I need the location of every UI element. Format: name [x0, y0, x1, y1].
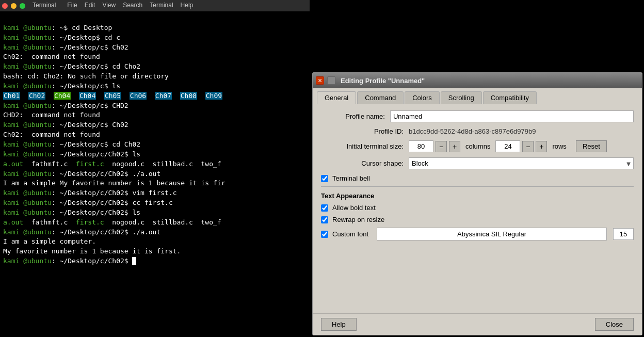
terminal-bell-row: Terminal bell — [321, 174, 634, 182]
help-button[interactable]: Help — [321, 318, 357, 331]
rows-input[interactable] — [495, 140, 520, 152]
tab-bar: General Command Colors Scrolling Compati… — [313, 88, 642, 104]
dialog-footer: Help Close — [313, 313, 642, 335]
reset-button[interactable]: Reset — [576, 140, 607, 152]
dialog-title: Editing Profile "Unnamed" — [341, 77, 425, 85]
cursor-shape-select[interactable]: Block I-Beam Underline — [409, 157, 634, 169]
rows-decrement[interactable]: − — [522, 141, 534, 152]
profile-id-label: Profile ID: — [321, 127, 404, 135]
divider — [321, 186, 634, 187]
tab-command[interactable]: Command — [357, 91, 404, 104]
profile-name-label: Profile name: — [321, 113, 385, 120]
dialog-content: Profile name: Profile ID: b1dcc9dd-5262-… — [313, 104, 642, 313]
terminal-size-label: Initial terminal size: — [321, 142, 404, 150]
allow-bold-checkbox[interactable] — [321, 204, 328, 212]
tab-scrolling[interactable]: Scrolling — [441, 91, 482, 104]
profile-name-row: Profile name: — [321, 110, 634, 122]
close-button[interactable]: Close — [595, 318, 634, 331]
dialog-min-btn[interactable] — [327, 76, 335, 85]
profile-id-row: Profile ID: b1dcc9dd-5262-4d8d-a863-c897… — [321, 127, 634, 135]
minimize-btn[interactable] — [11, 3, 17, 9]
tab-general[interactable]: General — [317, 91, 356, 104]
rows-label: rows — [552, 142, 566, 150]
menu-help[interactable]: Help — [181, 1, 194, 10]
menu-search[interactable]: Search — [123, 1, 142, 10]
columns-input[interactable] — [409, 140, 433, 152]
columns-label: columns — [465, 142, 490, 150]
size-control: − + columns − + rows Reset — [409, 140, 607, 152]
menu-view[interactable]: View — [102, 1, 116, 10]
custom-font-checkbox[interactable] — [321, 231, 328, 238]
terminal-bell-label: Terminal bell — [332, 174, 370, 182]
custom-font-row: Custom font Abyssinica SIL Regular — [321, 228, 634, 240]
columns-increment[interactable]: + — [449, 141, 460, 152]
font-value: Abyssinica SIL Regular — [457, 230, 526, 238]
terminal-bell-checkbox[interactable] — [321, 175, 328, 182]
cursor-shape-select-wrapper: Block I-Beam Underline — [409, 157, 634, 169]
rows-increment[interactable]: + — [536, 141, 547, 152]
allow-bold-row: Allow bold text — [321, 204, 634, 212]
cursor-shape-row: Cursor shape: Block I-Beam Underline — [321, 157, 634, 169]
dialog-titlebar: ✕ Editing Profile "Unnamed" — [313, 73, 642, 88]
menu-edit[interactable]: Edit — [85, 1, 95, 10]
terminal-title-text: Terminal — [33, 1, 56, 10]
menu-terminal[interactable]: Terminal — [150, 1, 173, 10]
font-size-input[interactable] — [613, 228, 634, 240]
close-btn[interactable] — [2, 3, 8, 9]
font-select-button[interactable]: Abyssinica SIL Regular — [377, 228, 607, 240]
terminal-size-row: Initial terminal size: − + columns − + r… — [321, 140, 634, 152]
terminal-titlebar: Terminal File Edit View Search Terminal … — [0, 0, 310, 11]
tab-colors[interactable]: Colors — [405, 91, 440, 104]
cursor-shape-label: Cursor shape: — [321, 159, 404, 167]
text-appearance-label: Text Appearance — [321, 192, 634, 200]
maximize-btn[interactable] — [20, 3, 25, 9]
profile-id-value: b1dcc9dd-5262-4d8d-a863-c897e6d979b9 — [409, 127, 634, 135]
menu-file[interactable]: File — [67, 1, 77, 10]
profile-dialog: ✕ Editing Profile "Unnamed" General Comm… — [312, 72, 642, 335]
rewrap-row: Rewrap on resize — [321, 216, 634, 223]
rewrap-checkbox[interactable] — [321, 216, 328, 223]
tab-compatibility[interactable]: Compatibility — [483, 91, 537, 104]
columns-decrement[interactable]: − — [436, 141, 447, 152]
allow-bold-label: Allow bold text — [332, 204, 376, 212]
custom-font-label: Custom font — [332, 230, 368, 238]
profile-name-input[interactable] — [390, 110, 634, 122]
dialog-close-btn[interactable]: ✕ — [316, 76, 324, 85]
rewrap-label: Rewrap on resize — [332, 216, 384, 223]
